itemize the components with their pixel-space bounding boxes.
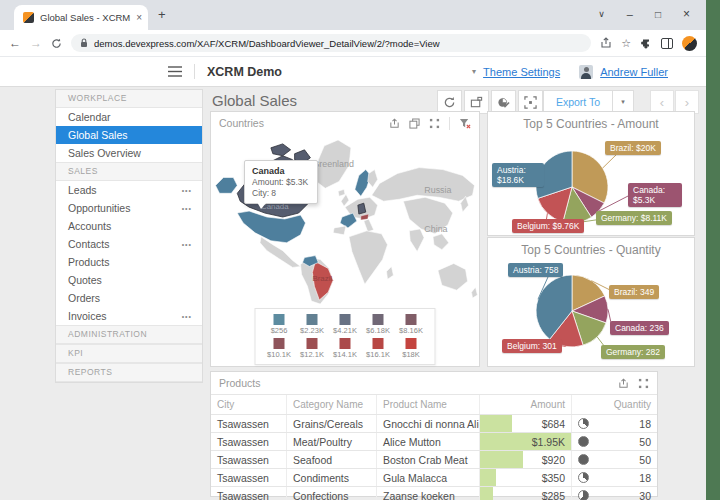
sidebar-item-quotes[interactable]: Quotes — [56, 271, 202, 289]
browser-profile-avatar[interactable] — [682, 36, 697, 51]
profile-chevron-icon[interactable]: ∨ — [598, 9, 605, 19]
products-export-icon[interactable] — [618, 378, 629, 389]
pie-amount-chart[interactable]: Brazil: $20KCanada: $5.3KGermany: $8.11K… — [488, 131, 694, 231]
desktop-background: Global Sales - XCRM × + ∨ – □ × ← → demo… — [0, 0, 720, 500]
tooltip-amount: Amount: $5.3K — [252, 177, 310, 187]
map-tooltip: Canada Amount: $5.3K City: 8 — [244, 160, 318, 204]
sidebar-item-products[interactable]: Products — [56, 253, 202, 271]
item-more-icon[interactable]: ••• — [182, 241, 192, 248]
table-cell: Tsawassen — [211, 487, 286, 500]
table-row[interactable]: TsawassenGrains/CerealsGnocchi di nonna … — [211, 414, 657, 432]
share-icon[interactable] — [600, 37, 612, 49]
theme-caret-icon[interactable]: ▾ — [472, 67, 476, 76]
legend-swatch — [307, 314, 318, 325]
user-name-link[interactable]: Andrew Fuller — [600, 66, 668, 78]
table-cell: Gnocchi di nonna Alice — [376, 415, 479, 432]
hamburger-menu-icon[interactable] — [168, 66, 182, 77]
map-india — [409, 229, 424, 252]
quantity-cell: 30 — [571, 487, 657, 500]
sidebar-group-reports[interactable]: REPORTS — [56, 363, 202, 382]
quantity-cell: 18 — [571, 415, 657, 432]
col-quantity[interactable]: Quantity — [571, 395, 657, 414]
sidebar-item-global-sales[interactable]: Global Sales — [56, 126, 202, 144]
sidebar-item-contacts[interactable]: Contacts••• — [56, 235, 202, 253]
window-close-button[interactable]: × — [683, 7, 690, 21]
legend-item: $256 — [263, 314, 296, 335]
sidebar-item-invoices[interactable]: Invoices••• — [56, 307, 202, 325]
expand-item-icon[interactable] — [429, 118, 440, 129]
side-panel-icon[interactable] — [661, 38, 673, 49]
bookmark-star-icon[interactable]: ☆ — [621, 37, 631, 50]
reload-button[interactable] — [51, 38, 62, 49]
devexpress-favicon-icon — [23, 12, 34, 23]
table-header-row: City Category Name Product Name Amount Q… — [211, 394, 657, 414]
world-map[interactable]: Greenland Russia China Canada Brazil Can… — [212, 134, 480, 304]
sidebar-group-sales[interactable]: SALES — [56, 162, 202, 181]
sidebar-group-kpi[interactable]: KPI — [56, 344, 202, 363]
pie-quantity-title: Top 5 Countries - Quantity — [488, 238, 694, 257]
legend-item: $2.23K — [296, 314, 329, 335]
export-item-icon[interactable] — [389, 118, 400, 129]
quantity-value: 50 — [639, 436, 651, 448]
window-maximize-button[interactable]: □ — [655, 9, 661, 20]
sidebar-group-administration[interactable]: ADMINISTRATION — [56, 325, 202, 344]
theme-settings-link[interactable]: Theme Settings — [483, 66, 560, 78]
sidebar-group-workplace[interactable]: WORKPLACE — [56, 90, 202, 108]
legend-label: $2.23K — [300, 326, 324, 335]
quantity-pie-icon — [578, 454, 589, 465]
sidebar-item-label: Calendar — [68, 111, 111, 123]
col-city[interactable]: City — [211, 395, 286, 414]
sidebar-item-accounts[interactable]: Accounts — [56, 217, 202, 235]
url-bar[interactable]: demos.devexpress.com/XAF/XCRM/DashboardV… — [71, 34, 591, 52]
pie-label-austria: Austria: 758 — [508, 263, 563, 277]
table-row[interactable]: TsawassenConfectionsZaanse koeken$28530 — [211, 486, 657, 500]
table-row[interactable]: TsawassenCondimentsGula Malacca$35018 — [211, 468, 657, 486]
forward-button[interactable]: → — [30, 36, 42, 50]
quantity-value: 18 — [639, 418, 651, 430]
quantity-pie-icon — [578, 472, 589, 483]
browser-tab[interactable]: Global Sales - XCRM × — [14, 5, 148, 30]
amount-cell: $350 — [479, 469, 571, 486]
sidebar-item-label: Products — [68, 256, 109, 268]
sidebar-item-leads[interactable]: Leads••• — [56, 181, 202, 199]
table-row[interactable]: TsawassenMeat/PoultryAlice Mutton$1.95K5… — [211, 432, 657, 450]
map-france — [340, 213, 357, 228]
amount-cell: $684 — [479, 415, 571, 432]
legend-swatch — [406, 314, 417, 325]
user-avatar[interactable] — [579, 65, 593, 79]
back-button[interactable]: ← — [9, 36, 21, 50]
new-tab-button[interactable]: + — [158, 7, 166, 22]
sidebar-item-label: Opportunities — [68, 202, 130, 214]
clear-filter-icon[interactable] — [459, 118, 471, 129]
restore-item-icon[interactable] — [409, 118, 420, 129]
item-more-icon[interactable]: ••• — [182, 187, 192, 194]
col-category[interactable]: Category Name — [286, 395, 376, 414]
legend-label: $18K — [402, 350, 420, 359]
quantity-value: 30 — [639, 490, 651, 500]
amount-value: $920 — [542, 454, 565, 466]
extensions-puzzle-icon[interactable] — [640, 37, 652, 49]
legend-item: $12.1K — [296, 338, 329, 359]
window-minimize-button[interactable]: – — [627, 8, 633, 20]
amount-value: $1.95K — [532, 436, 565, 448]
item-more-icon[interactable]: ••• — [182, 313, 192, 320]
col-product[interactable]: Product Name — [376, 395, 479, 414]
browser-titlebar: Global Sales - XCRM × + ∨ – □ × — [0, 0, 706, 30]
products-expand-icon[interactable] — [638, 378, 649, 389]
legend-label: $16.1K — [366, 350, 390, 359]
col-amount[interactable]: Amount — [479, 395, 571, 414]
sidebar-item-opportunities[interactable]: Opportunities••• — [56, 199, 202, 217]
map-se-asia — [433, 234, 449, 250]
map-legend: $256$2.23K$4.21K$6.18K$8.16K$10.1K$12.1K… — [255, 308, 436, 365]
table-cell: Gula Malacca — [376, 469, 479, 486]
sidebar-item-sales-overview[interactable]: Sales Overview — [56, 144, 202, 162]
tab-close-icon[interactable]: × — [136, 12, 142, 23]
sidebar-item-calendar[interactable]: Calendar — [56, 108, 202, 126]
table-row[interactable]: TsawassenSeafoodBoston Crab Meat$92050 — [211, 450, 657, 468]
pie-quantity-chart[interactable]: Brazil: 349Canada: 236Germany: 282Belgiu… — [488, 257, 694, 361]
pie-quantity-panel: Top 5 Countries - Quantity Brazil: 349Ca… — [487, 237, 695, 367]
sidebar-item-orders[interactable]: Orders — [56, 289, 202, 307]
legend-item: $4.21K — [329, 314, 362, 335]
legend-label: $8.16K — [399, 326, 423, 335]
item-more-icon[interactable]: ••• — [182, 205, 192, 212]
